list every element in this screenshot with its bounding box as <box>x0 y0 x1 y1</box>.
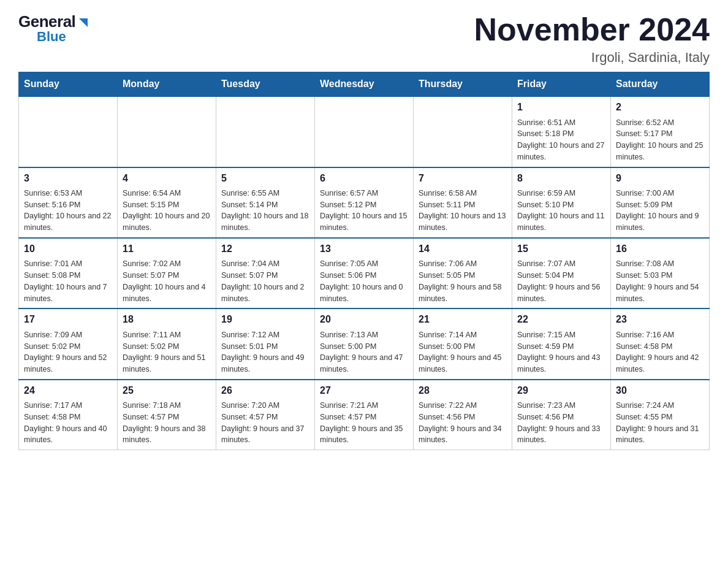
day-number: 26 <box>221 384 309 397</box>
sun-info: Sunrise: 7:07 AM Sunset: 5:04 PM Dayligh… <box>517 258 605 304</box>
calendar-week-row: 24Sunrise: 7:17 AM Sunset: 4:58 PM Dayli… <box>19 380 710 450</box>
location-text: Irgoli, Sardinia, Italy <box>474 50 710 66</box>
table-row: 23Sunrise: 7:16 AM Sunset: 4:58 PM Dayli… <box>611 308 710 379</box>
day-number: 19 <box>221 313 309 326</box>
sun-info: Sunrise: 6:55 AM Sunset: 5:14 PM Dayligh… <box>221 188 309 234</box>
table-row: 4Sunrise: 6:54 AM Sunset: 5:15 PM Daylig… <box>118 167 216 238</box>
table-row: 20Sunrise: 7:13 AM Sunset: 5:00 PM Dayli… <box>315 308 414 379</box>
sun-info: Sunrise: 6:59 AM Sunset: 5:10 PM Dayligh… <box>517 188 605 234</box>
table-row: 19Sunrise: 7:12 AM Sunset: 5:01 PM Dayli… <box>216 308 315 379</box>
table-row: 27Sunrise: 7:21 AM Sunset: 4:57 PM Dayli… <box>315 380 414 450</box>
sun-info: Sunrise: 6:51 AM Sunset: 5:18 PM Dayligh… <box>517 117 605 163</box>
sun-info: Sunrise: 7:18 AM Sunset: 4:57 PM Dayligh… <box>123 400 211 446</box>
col-wednesday: Wednesday <box>315 72 414 97</box>
table-row: 6Sunrise: 6:57 AM Sunset: 5:12 PM Daylig… <box>315 167 414 238</box>
table-row: 10Sunrise: 7:01 AM Sunset: 5:08 PM Dayli… <box>19 238 118 308</box>
table-row <box>19 96 118 167</box>
table-row: 5Sunrise: 6:55 AM Sunset: 5:14 PM Daylig… <box>216 167 315 238</box>
day-number: 4 <box>123 172 211 185</box>
col-saturday: Saturday <box>611 72 710 97</box>
sun-info: Sunrise: 7:17 AM Sunset: 4:58 PM Dayligh… <box>24 400 112 446</box>
day-number: 6 <box>320 172 408 185</box>
calendar-week-row: 1Sunrise: 6:51 AM Sunset: 5:18 PM Daylig… <box>19 96 710 167</box>
table-row <box>216 96 315 167</box>
sun-info: Sunrise: 6:52 AM Sunset: 5:17 PM Dayligh… <box>616 117 704 163</box>
col-monday: Monday <box>118 72 216 97</box>
sun-info: Sunrise: 7:00 AM Sunset: 5:09 PM Dayligh… <box>616 188 704 234</box>
table-row: 3Sunrise: 6:53 AM Sunset: 5:16 PM Daylig… <box>19 167 118 238</box>
logo-blue-text: Blue <box>37 29 66 45</box>
table-row: 29Sunrise: 7:23 AM Sunset: 4:56 PM Dayli… <box>512 380 611 450</box>
day-number: 18 <box>123 313 211 326</box>
day-number: 12 <box>221 242 309 256</box>
day-number: 21 <box>419 313 507 326</box>
sun-info: Sunrise: 7:14 AM Sunset: 5:00 PM Dayligh… <box>419 329 507 375</box>
table-row: 8Sunrise: 6:59 AM Sunset: 5:10 PM Daylig… <box>512 167 611 238</box>
day-number: 13 <box>320 242 408 256</box>
day-number: 3 <box>24 172 112 185</box>
calendar-table: Sunday Monday Tuesday Wednesday Thursday… <box>18 72 710 450</box>
table-row: 24Sunrise: 7:17 AM Sunset: 4:58 PM Dayli… <box>19 380 118 450</box>
day-number: 15 <box>517 242 605 256</box>
table-row: 22Sunrise: 7:15 AM Sunset: 4:59 PM Dayli… <box>512 308 611 379</box>
calendar-header-row: Sunday Monday Tuesday Wednesday Thursday… <box>19 72 710 97</box>
day-number: 9 <box>616 172 704 185</box>
sun-info: Sunrise: 7:16 AM Sunset: 4:58 PM Dayligh… <box>616 329 704 375</box>
day-number: 14 <box>419 242 507 256</box>
table-row: 26Sunrise: 7:20 AM Sunset: 4:57 PM Dayli… <box>216 380 315 450</box>
table-row: 18Sunrise: 7:11 AM Sunset: 5:02 PM Dayli… <box>118 308 216 379</box>
day-number: 24 <box>24 384 112 397</box>
table-row: 7Sunrise: 6:58 AM Sunset: 5:11 PM Daylig… <box>414 167 512 238</box>
sun-info: Sunrise: 7:22 AM Sunset: 4:56 PM Dayligh… <box>419 400 507 446</box>
table-row: 15Sunrise: 7:07 AM Sunset: 5:04 PM Dayli… <box>512 238 611 308</box>
sun-info: Sunrise: 7:04 AM Sunset: 5:07 PM Dayligh… <box>221 258 309 304</box>
day-number: 2 <box>616 101 704 114</box>
sun-info: Sunrise: 6:54 AM Sunset: 5:15 PM Dayligh… <box>123 188 211 234</box>
table-row: 11Sunrise: 7:02 AM Sunset: 5:07 PM Dayli… <box>118 238 216 308</box>
sun-info: Sunrise: 7:15 AM Sunset: 4:59 PM Dayligh… <box>517 329 605 375</box>
sun-info: Sunrise: 7:05 AM Sunset: 5:06 PM Dayligh… <box>320 258 408 304</box>
sun-info: Sunrise: 7:20 AM Sunset: 4:57 PM Dayligh… <box>221 400 309 446</box>
sun-info: Sunrise: 7:21 AM Sunset: 4:57 PM Dayligh… <box>320 400 408 446</box>
day-number: 8 <box>517 172 605 185</box>
col-tuesday: Tuesday <box>216 72 315 97</box>
sun-info: Sunrise: 6:57 AM Sunset: 5:12 PM Dayligh… <box>320 188 408 234</box>
table-row: 28Sunrise: 7:22 AM Sunset: 4:56 PM Dayli… <box>414 380 512 450</box>
table-row: 14Sunrise: 7:06 AM Sunset: 5:05 PM Dayli… <box>414 238 512 308</box>
table-row: 21Sunrise: 7:14 AM Sunset: 5:00 PM Dayli… <box>414 308 512 379</box>
table-row: 16Sunrise: 7:08 AM Sunset: 5:03 PM Dayli… <box>611 238 710 308</box>
title-section: November 2024 Irgoli, Sardinia, Italy <box>474 12 710 66</box>
day-number: 11 <box>123 242 211 256</box>
logo-triangle-icon <box>77 16 90 29</box>
sun-info: Sunrise: 7:13 AM Sunset: 5:00 PM Dayligh… <box>320 329 408 375</box>
table-row: 17Sunrise: 7:09 AM Sunset: 5:02 PM Dayli… <box>19 308 118 379</box>
day-number: 16 <box>616 242 704 256</box>
sun-info: Sunrise: 6:53 AM Sunset: 5:16 PM Dayligh… <box>24 188 112 234</box>
day-number: 20 <box>320 313 408 326</box>
calendar-week-row: 17Sunrise: 7:09 AM Sunset: 5:02 PM Dayli… <box>19 308 710 379</box>
col-friday: Friday <box>512 72 611 97</box>
table-row <box>118 96 216 167</box>
table-row: 12Sunrise: 7:04 AM Sunset: 5:07 PM Dayli… <box>216 238 315 308</box>
calendar-week-row: 3Sunrise: 6:53 AM Sunset: 5:16 PM Daylig… <box>19 167 710 238</box>
sun-info: Sunrise: 7:09 AM Sunset: 5:02 PM Dayligh… <box>24 329 112 375</box>
sun-info: Sunrise: 7:12 AM Sunset: 5:01 PM Dayligh… <box>221 329 309 375</box>
sun-info: Sunrise: 7:23 AM Sunset: 4:56 PM Dayligh… <box>517 400 605 446</box>
table-row: 1Sunrise: 6:51 AM Sunset: 5:18 PM Daylig… <box>512 96 611 167</box>
table-row: 25Sunrise: 7:18 AM Sunset: 4:57 PM Dayli… <box>118 380 216 450</box>
day-number: 1 <box>517 101 605 114</box>
svg-marker-0 <box>79 18 88 27</box>
table-row: 30Sunrise: 7:24 AM Sunset: 4:55 PM Dayli… <box>611 380 710 450</box>
sun-info: Sunrise: 6:58 AM Sunset: 5:11 PM Dayligh… <box>419 188 507 234</box>
day-number: 29 <box>517 384 605 397</box>
day-number: 10 <box>24 242 112 256</box>
col-thursday: Thursday <box>414 72 512 97</box>
day-number: 5 <box>221 172 309 185</box>
table-row <box>414 96 512 167</box>
table-row <box>315 96 414 167</box>
day-number: 7 <box>419 172 507 185</box>
day-number: 17 <box>24 313 112 326</box>
sun-info: Sunrise: 7:02 AM Sunset: 5:07 PM Dayligh… <box>123 258 211 304</box>
sun-info: Sunrise: 7:11 AM Sunset: 5:02 PM Dayligh… <box>123 329 211 375</box>
day-number: 27 <box>320 384 408 397</box>
